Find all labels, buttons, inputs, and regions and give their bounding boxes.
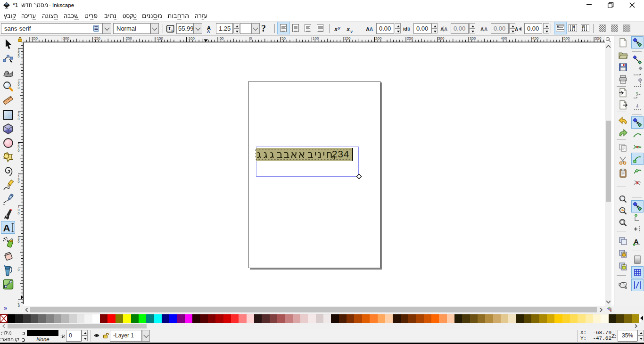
svg-text:A: A [515,27,518,32]
svg-text:x: x [334,25,338,32]
svg-text:A: A [440,27,444,32]
svg-text:100: 100 [313,36,319,41]
svg-text:400: 400 [501,36,507,41]
svg-text:A: A [370,26,373,32]
svg-text:0: 0 [250,36,252,41]
svg-text:id: id [403,26,407,32]
svg-text:-350: -350 [30,36,38,41]
svg-text:300: 300 [438,36,445,41]
svg-text:200: 200 [375,36,382,41]
svg-text:A: A [480,27,484,32]
svg-text:A: A [484,27,487,32]
svg-text:0: 0 [18,180,20,184]
svg-text:0: 0 [18,54,20,58]
svg-text:-100: -100 [187,36,195,41]
svg-text:350: 350 [470,36,476,41]
svg-text:y: y [350,29,353,33]
svg-text:450: 450 [532,36,539,41]
svg-text:0: 0 [18,239,20,244]
svg-text:T: T [171,29,173,33]
svg-text:A: A [444,27,447,32]
svg-text:0: 0 [18,211,20,215]
svg-text:A: A [573,25,575,28]
svg-text:-200: -200 [124,36,132,41]
svg-text:0: 0 [18,268,20,272]
svg-text:A: A [582,25,585,28]
svg-text:ti: ti [407,26,410,32]
svg-text:A: A [3,222,10,233]
svg-text:x: x [347,25,350,33]
svg-text:50: 50 [281,36,286,41]
svg-text:A: A [207,29,210,33]
svg-text:A: A [557,25,559,28]
svg-text:550: 550 [595,36,602,41]
svg-text:0: 0 [18,86,20,90]
svg-text:y: y [338,25,341,30]
svg-text:-50: -50 [218,36,224,41]
svg-text:150: 150 [344,36,351,41]
svg-text:0: 0 [18,117,20,121]
svg-text:-150: -150 [156,36,164,41]
svg-text:250: 250 [407,36,413,41]
svg-text:500: 500 [563,36,570,41]
svg-text:-250: -250 [93,36,101,41]
svg-text:-300: -300 [62,36,70,41]
svg-text:?: ? [261,24,266,33]
svg-text:0: 0 [18,148,20,153]
svg-text:Q: Q [607,38,609,41]
